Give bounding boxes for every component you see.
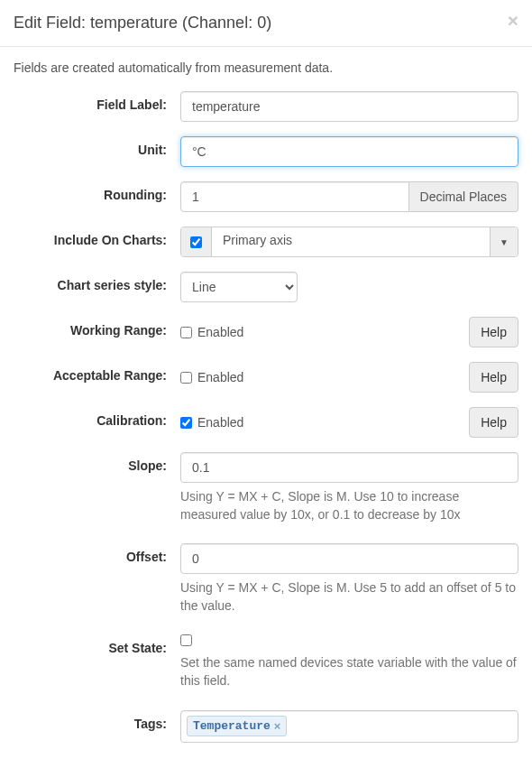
acceptable-range-checkbox[interactable] [180, 372, 192, 384]
row-tags: Tags: Temperature × [14, 710, 518, 743]
row-rounding: Rounding: Decimal Places [14, 181, 518, 212]
modal-title: Edit Field: temperature (Channel: 0) [14, 14, 518, 32]
tag-item: Temperature × [187, 716, 287, 736]
offset-help-text: Using Y = MX + C, Slope is M. Use 5 to a… [180, 579, 518, 615]
include-on-charts-checkbox[interactable] [190, 236, 202, 248]
axis-select-value: Primary axis [223, 233, 292, 247]
include-on-charts-check-wrap [181, 227, 212, 256]
row-set-state: Set State: Set the same named devices st… [14, 634, 518, 689]
row-acceptable-range: Acceptable Range: Enabled Help [14, 362, 518, 393]
tag-remove-icon[interactable]: × [274, 719, 281, 733]
tags-input[interactable]: Temperature × [180, 710, 518, 743]
label-rounding: Rounding: [14, 181, 180, 202]
intro-text: Fields are created automatically from me… [14, 60, 518, 75]
working-range-enabled-text: Enabled [197, 325, 243, 339]
row-slope: Slope: Using Y = MX + C, Slope is M. Use… [14, 452, 518, 523]
acceptable-range-enabled-label[interactable]: Enabled [180, 370, 243, 384]
working-range-enabled-label[interactable]: Enabled [180, 325, 243, 339]
offset-input[interactable] [180, 543, 518, 574]
label-offset: Offset: [14, 543, 180, 564]
set-state-help-text: Set the same named devices state variabl… [180, 654, 518, 689]
slope-help-text: Using Y = MX + C, Slope is M. Use 10 to … [180, 488, 518, 523]
set-state-checkbox[interactable] [180, 634, 192, 646]
acceptable-range-help-button[interactable]: Help [469, 362, 518, 393]
modal-body: Fields are created automatically from me… [0, 47, 532, 768]
label-tags: Tags: [14, 710, 180, 731]
field-label-input[interactable] [180, 91, 518, 122]
slope-input[interactable] [180, 452, 518, 483]
row-working-range: Working Range: Enabled Help [14, 317, 518, 347]
row-offset: Offset: Using Y = MX + C, Slope is M. Us… [14, 543, 518, 615]
row-chart-series-style: Chart series style: Line [14, 272, 518, 302]
calibration-enabled-text: Enabled [197, 415, 243, 430]
chart-series-style-select[interactable]: Line [180, 272, 298, 302]
acceptable-range-enabled-text: Enabled [197, 370, 243, 384]
label-set-state: Set State: [14, 634, 180, 655]
axis-select[interactable]: Primary axis [212, 227, 490, 256]
calibration-checkbox[interactable] [180, 417, 192, 429]
row-calibration: Calibration: Enabled Help [14, 407, 518, 438]
calibration-enabled-label[interactable]: Enabled [180, 415, 243, 430]
label-include-on-charts: Include On Charts: [14, 227, 180, 247]
label-acceptable-range: Acceptable Range: [14, 362, 180, 383]
row-field-label: Field Label: [14, 91, 518, 122]
chevron-down-icon: ▼ [490, 227, 518, 256]
label-slope: Slope: [14, 452, 180, 473]
label-calibration: Calibration: [14, 407, 180, 428]
close-icon[interactable]: × [508, 11, 518, 30]
tag-text: Temperature [193, 719, 271, 733]
rounding-addon: Decimal Places [409, 181, 518, 212]
row-unit: Unit: [14, 136, 518, 167]
working-range-help-button[interactable]: Help [469, 317, 518, 347]
modal-header: Edit Field: temperature (Channel: 0) × [0, 0, 532, 47]
rounding-input[interactable] [180, 181, 409, 212]
unit-input[interactable] [180, 136, 518, 167]
label-field-label: Field Label: [14, 91, 180, 112]
label-working-range: Working Range: [14, 317, 180, 338]
label-chart-series-style: Chart series style: [14, 272, 180, 292]
label-unit: Unit: [14, 136, 180, 157]
row-include-on-charts: Include On Charts: Primary axis ▼ [14, 227, 518, 257]
calibration-help-button[interactable]: Help [469, 407, 518, 438]
working-range-checkbox[interactable] [180, 327, 192, 338]
